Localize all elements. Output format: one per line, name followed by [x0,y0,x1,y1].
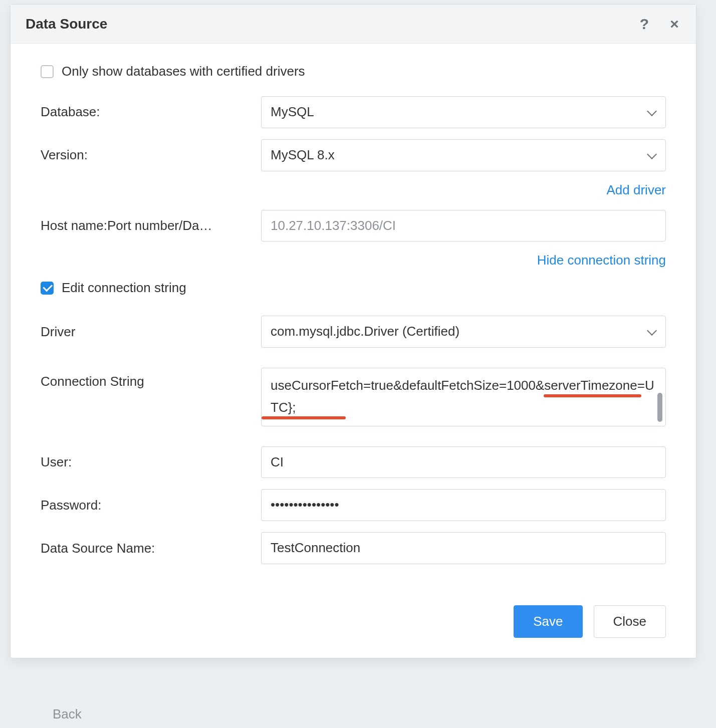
only-certified-checkbox[interactable] [41,65,54,78]
close-button[interactable]: Close [594,605,666,638]
version-row: Version: MySQL 8.x [41,139,666,171]
only-certified-label: Only show databases with certified drive… [62,64,305,79]
data-source-modal: Data Source ? × Only show databases with… [10,4,696,658]
driver-value: com.mysql.jdbc.Driver (Certified) [271,323,459,340]
scrollbar-thumb[interactable] [657,393,662,422]
database-value: MySQL [271,104,314,121]
user-input[interactable] [261,446,666,478]
driver-label: Driver [41,324,261,340]
modal-title: Data Source [26,16,638,32]
connection-string-label: Connection String [41,368,261,389]
annotation-underline [262,416,346,419]
chevron-down-icon [647,151,656,160]
back-button[interactable]: Back [53,700,82,728]
add-driver-row: Add driver [41,182,666,198]
version-label: Version: [41,147,261,163]
save-button[interactable]: Save [514,605,582,638]
database-label: Database: [41,104,261,120]
driver-row: Driver com.mysql.jdbc.Driver (Certified) [41,316,666,348]
dsname-row: Data Source Name: [41,532,666,564]
password-input[interactable] [261,489,666,521]
user-label: User: [41,454,261,470]
modal-body: Only show databases with certified drive… [11,44,696,590]
password-label: Password: [41,498,261,513]
only-certified-row: Only show databases with certified drive… [41,64,666,79]
hide-conn-row: Hide connection string [41,253,666,268]
driver-select[interactable]: com.mysql.jdbc.Driver (Certified) [261,316,666,348]
modal-footer: Save Close [11,590,696,658]
modal-header: Data Source ? × [11,5,696,44]
host-input[interactable] [261,210,666,242]
host-label: Host name:Port number/Da… [41,218,261,233]
user-row: User: [41,446,666,478]
edit-connection-string-checkbox[interactable] [41,282,54,295]
version-value: MySQL 8.x [271,147,335,164]
edit-conn-row: Edit connection string [41,280,666,296]
header-icons: ? × [638,18,681,31]
close-icon[interactable]: × [668,18,681,31]
host-row: Host name:Port number/Da… [41,210,666,242]
connection-string-row: Connection String useCursorFetch=true&de… [41,368,666,426]
dsname-label: Data Source Name: [41,541,261,556]
dsname-input[interactable] [261,532,666,564]
chevron-down-icon [647,108,656,117]
chevron-down-icon [647,327,656,336]
database-select[interactable]: MySQL [261,96,666,128]
password-row: Password: [41,489,666,521]
hide-connection-string-link[interactable]: Hide connection string [537,253,666,268]
help-icon[interactable]: ? [638,18,651,31]
version-select[interactable]: MySQL 8.x [261,139,666,171]
annotation-underline [544,394,641,397]
connection-string-textarea[interactable]: useCursorFetch=true&defaultFetchSize=100… [261,368,666,426]
database-row: Database: MySQL [41,96,666,128]
edit-connection-string-label: Edit connection string [62,280,186,296]
add-driver-link[interactable]: Add driver [607,182,666,197]
